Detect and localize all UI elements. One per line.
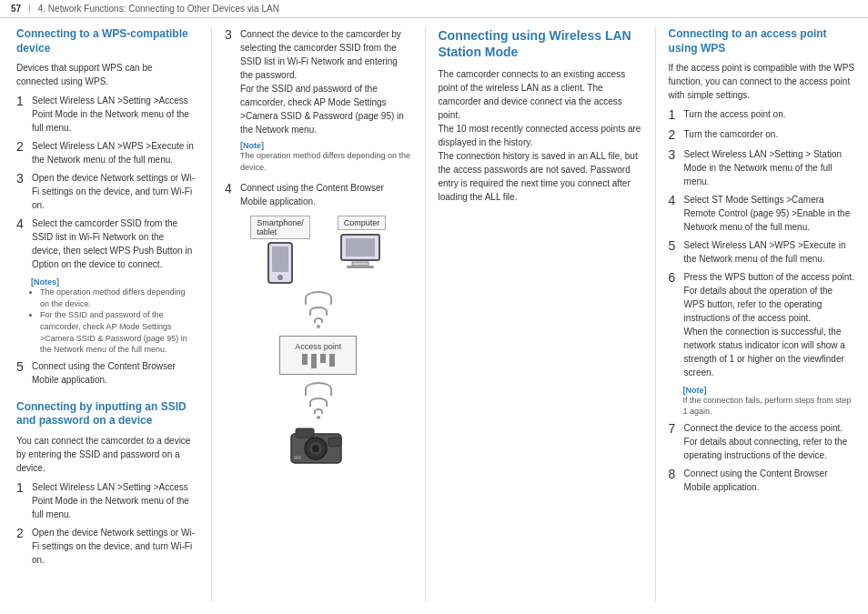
access-point-label: Access point (295, 342, 341, 351)
wifi-dot (317, 416, 320, 419)
step-text: Open the device Network settings or Wi-F… (32, 526, 195, 567)
column-3: Connecting using Wireless LAN Station Mo… (426, 27, 655, 601)
step-4-1: 1 Turn the access point on. (669, 107, 855, 123)
svg-rect-12 (328, 438, 341, 447)
wifi-arc-large (305, 382, 332, 396)
step-4-6: 6 Press the WPS button of the access poi… (669, 270, 855, 379)
step-2-2: 2 Open the device Network settings or Wi… (16, 526, 195, 567)
section2-intro: You can connect the camcorder to a devic… (16, 434, 195, 475)
step-number: 8 (669, 467, 680, 494)
step-1-3: 3 Open the device Network settings or Wi… (16, 171, 195, 212)
column-4: Connecting to an access point using WPS … (656, 27, 868, 601)
wifi-dot (317, 325, 320, 328)
svg-rect-6 (347, 266, 374, 268)
wifi-arc-small (314, 317, 323, 323)
step-number: 1 (16, 94, 27, 135)
step-text: Select the camcorder SSID from the SSID … (32, 216, 195, 271)
smartphone-device: Smartphone/tablet (250, 216, 310, 284)
step-number: 5 (669, 238, 680, 266)
step-text: Connect using the Content Browser Mobile… (240, 181, 411, 208)
smartphone-icon (267, 242, 293, 284)
section3-title-line1: Connecting using Wireless LAN (439, 28, 631, 43)
ap-bar (320, 354, 326, 363)
step-text: Select Wireless LAN >WPS >Execute in the… (32, 139, 195, 166)
step-4-2: 2 Turn the camcorder on. (669, 127, 855, 143)
ap-bar (302, 354, 308, 365)
step-4-cont: 4 Connect using the Content Browser Mobi… (225, 181, 411, 208)
wifi-arc-large (305, 291, 332, 305)
step-text: Open the device Network settings or Wi-F… (32, 171, 195, 212)
column-2: 3 Connect the device to the camcorder by… (212, 27, 424, 601)
page-number: 57 (11, 4, 21, 14)
step-2-1: 1 Select Wireless LAN >Setting >Access P… (16, 480, 195, 521)
step-number: 2 (16, 139, 27, 166)
step-text: Connect using the Content Browser Mobile… (32, 359, 195, 387)
wifi-arc-medium (309, 398, 328, 407)
step-text: Select Wireless LAN >Setting >Access Poi… (32, 480, 195, 521)
section-title: 4. Network Functions: Connecting to Othe… (38, 4, 279, 14)
access-point-box: Access point (279, 336, 357, 375)
section3-intro: The camcorder connects to an existing ac… (439, 67, 642, 204)
step-number: 7 (669, 421, 680, 462)
svg-rect-13 (294, 456, 301, 459)
step-number: 1 (669, 107, 680, 123)
section4-title: Connecting to an access point using WPS (669, 27, 855, 55)
step-number: 4 (669, 193, 680, 234)
wifi-arc-small (314, 408, 323, 414)
step-4-5: 5 Select Wireless LAN >WPS >Execute in t… (669, 238, 855, 266)
step-text: Select Wireless LAN >Setting >Access Poi… (32, 94, 195, 135)
note-label: [Note] (240, 141, 264, 150)
step-4-3: 3 Select Wireless LAN >Setting > Station… (669, 147, 855, 188)
step-number: 2 (16, 526, 27, 567)
notes-list: The operation method differs depending o… (31, 287, 195, 356)
column-1: Connecting to a WPS-compatible device De… (0, 27, 211, 601)
step-number: 5 (16, 359, 27, 387)
step-text: Select Wireless LAN >Setting > Station M… (684, 147, 855, 188)
section3-title: Connecting using Wireless LAN Station Mo… (439, 27, 642, 60)
step-4-8: 8 Connect using the Content Browser Mobi… (669, 467, 855, 494)
svg-point-11 (312, 445, 319, 452)
step-number: 1 (16, 480, 27, 521)
ap-bar (311, 354, 317, 368)
svg-rect-1 (272, 247, 288, 272)
notes-label: [Notes] (31, 277, 59, 287)
step-number: 3 (16, 171, 27, 212)
step-number: 2 (669, 127, 680, 143)
note-text: The operation method differs depending o… (240, 150, 411, 173)
note-item: The operation method differs depending o… (40, 287, 195, 309)
header-divider: | (28, 4, 31, 14)
step-1-1: 1 Select Wireless LAN >Setting >Access P… (16, 94, 195, 135)
step-4-4: 4 Select ST Mode Settings >Camera Remote… (669, 193, 855, 234)
network-diagram: Smartphone/tablet Computer (225, 216, 411, 468)
note-item: For the SSID and password of the camcord… (40, 309, 195, 355)
section2-title: Connecting by inputting an SSID and pass… (16, 400, 195, 428)
step-number: 4 (225, 181, 236, 208)
section1-intro: Devices that support WPS can be connecte… (16, 61, 195, 88)
computer-label: Computer (338, 216, 387, 230)
ap-bar (329, 354, 335, 367)
step-number: 3 (225, 27, 236, 176)
step-1-5: 5 Connect using the Content Browser Mobi… (16, 359, 195, 387)
svg-rect-8 (296, 428, 314, 438)
note4-label: [Note] (683, 386, 707, 395)
step-number: 3 (669, 147, 680, 188)
smartphone-label: Smartphone/tablet (250, 216, 310, 239)
wifi-waves-top (305, 291, 332, 328)
svg-rect-5 (352, 262, 368, 266)
step-1-2: 2 Select Wireless LAN >WPS >Execute in t… (16, 139, 195, 166)
step-4-7: 7 Connect the device to the access point… (669, 421, 855, 462)
page-content: Connecting to a WPS-compatible device De… (0, 18, 868, 610)
page-header: 57 | 4. Network Functions: Connecting to… (0, 0, 868, 18)
step-text: Turn the camcorder on. (684, 127, 855, 143)
step-1-4: 4 Select the camcorder SSID from the SSI… (16, 216, 195, 271)
section4-intro: If the access point is compatible with t… (669, 61, 855, 102)
wifi-arc-medium (309, 307, 328, 316)
step-text: Connect the device to the access point. … (684, 421, 855, 462)
note4-text: If the connection fails, perform steps f… (683, 395, 855, 418)
computer-icon (339, 233, 385, 275)
step-number: 4 (16, 216, 27, 271)
step-text: Turn the access point on. (684, 107, 855, 123)
step-text: Connect the device to the camcorder by s… (240, 29, 404, 135)
section3-title-line2: Station Mode (439, 45, 519, 59)
step-3-cont: 3 Connect the device to the camcorder by… (225, 27, 411, 176)
